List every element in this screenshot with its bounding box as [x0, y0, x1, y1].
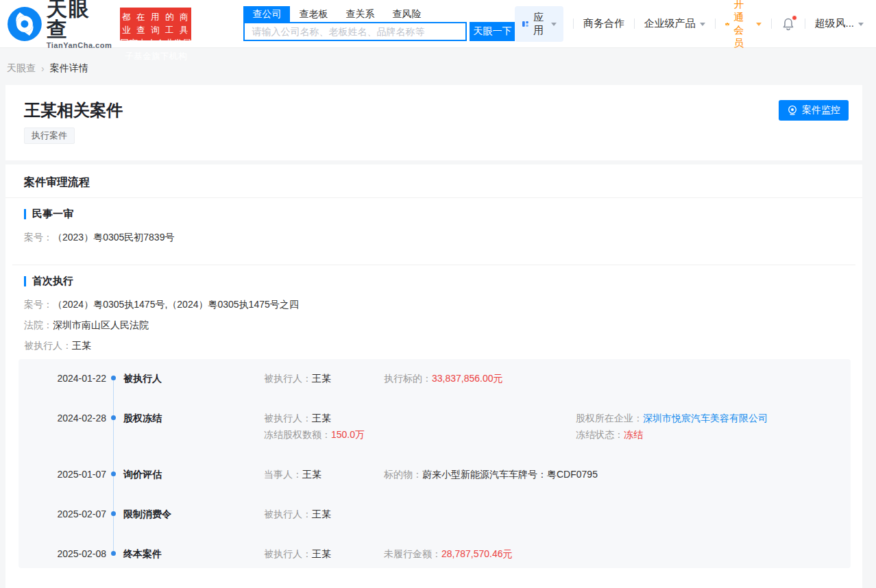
case-field-row: 被执行人：王某 [24, 339, 844, 352]
field-value: （2023）粤0305民初7839号 [53, 232, 174, 243]
field-value: （2024）粤0305执1475号,（2024）粤0305执1475号之四 [53, 299, 299, 310]
field-value: 王某 [72, 340, 91, 351]
timeline-event-name: 终本案件 [121, 547, 261, 561]
case-stages: 民事一审案号：（2023）粤0305民初7839号首次执行案号：（2024）粤0… [5, 207, 862, 352]
field-value: 王某 [312, 509, 331, 519]
search-tab-company[interactable]: 查公司 [243, 6, 290, 22]
menu-separator [715, 19, 716, 29]
timeline-field-line: 被执行人：王某未履行金额：28,787,570.46元 [264, 547, 851, 561]
search-button[interactable]: 天眼一下 [470, 22, 515, 41]
timeline-field-line: 被执行人：王某股权所在企业：深圳市悦宸汽车美容有限公司 [264, 411, 851, 425]
case-flow-card: 案件审理流程 民事一审案号：（2023）粤0305民初7839号首次执行案号：（… [5, 164, 862, 588]
stage-fields: 案号：（2023）粤0305民初7839号 [24, 230, 844, 244]
timeline-field: 未履行金额：28,787,570.46元 [384, 547, 513, 561]
top-menu: 应用 商务合作 企业级产品 开通会员 超级 [515, 0, 864, 50]
case-field-row: 案号：（2024）粤0305执1475号,（2024）粤0305执1475号之四 [24, 297, 844, 311]
field-value: 冻结 [624, 429, 643, 440]
field-label: 执行标的： [384, 373, 432, 384]
chevron-down-icon [551, 23, 557, 26]
menu-separator [771, 19, 772, 29]
field-label: 未履行金额： [384, 548, 441, 559]
field-label: 被执行人： [264, 413, 312, 424]
field-label: 被执行人： [264, 509, 312, 519]
field-label: 案号： [24, 299, 53, 310]
timeline-row: 2024-02-28股权冻结被执行人：王某股权所在企业：深圳市悦宸汽车美容有限公… [19, 411, 851, 441]
divider [5, 197, 862, 198]
menu-item-vip[interactable]: 开通会员 [725, 0, 762, 50]
menu-item-business[interactable]: 商务合作 [583, 17, 624, 30]
timeline-field: 被执行人：王某 [264, 547, 370, 561]
timeline-date: 2025-02-07 [19, 507, 106, 521]
timeline-field: 被执行人：王某 [264, 507, 331, 521]
field-value: 深圳市南山区人民法院 [53, 319, 149, 330]
field-value: 王某 [312, 413, 331, 424]
notifications-button[interactable] [781, 17, 795, 31]
timeline-row: 2025-02-08终本案件被执行人：王某未履行金额：28,787,570.46… [19, 547, 851, 561]
field-label: 被执行人： [264, 548, 312, 559]
app-grid-icon [522, 19, 529, 29]
stage-marker-bar [24, 209, 26, 219]
case-stage: 首次执行案号：（2024）粤0305执1475号,（2024）粤0305执147… [5, 274, 862, 352]
logo-title: 天眼查 [47, 0, 112, 40]
logo-domain: TianYanCha.com [47, 42, 112, 49]
breadcrumb-home-link[interactable]: 天眼查 [7, 62, 36, 75]
menu-item-enterprise[interactable]: 企业级产品 [644, 17, 705, 30]
timeline-event-name: 股权冻结 [121, 411, 261, 425]
timeline-date: 2025-02-08 [19, 547, 106, 561]
field-value: 王某 [312, 373, 331, 384]
search-tab-relation[interactable]: 查关系 [337, 6, 383, 22]
apps-menu[interactable]: 应用 [515, 6, 563, 42]
timeline-field-line: 冻结股权数额：150.0万冻结状态：冻结 [264, 428, 851, 441]
tianyancha-logo[interactable]: 天眼查 TianYanCha.com [7, 0, 112, 49]
case-stage: 民事一审案号：（2023）粤0305民初7839号 [5, 207, 862, 244]
menu-item-super-risk[interactable]: 超级风... [815, 17, 864, 30]
case-title-card: 王某相关案件 执行案件 案件监控 [5, 85, 862, 160]
timeline-dot-cell [106, 507, 121, 516]
search-input[interactable] [243, 22, 467, 41]
timeline-dot-cell [106, 547, 121, 556]
timeline-dot-cell [106, 411, 121, 420]
field-label: 标的物： [384, 469, 422, 480]
monitor-camera-icon [787, 105, 798, 116]
field-value: 33,837,856.00元 [432, 373, 503, 384]
timeline-field: 被执行人：王某 [264, 411, 562, 425]
field-label: 冻结状态： [576, 429, 624, 440]
timeline-field: 被执行人：王某 [264, 371, 370, 385]
case-field-row: 案号：（2023）粤0305民初7839号 [24, 230, 844, 244]
vip-label: 开通会员 [733, 0, 752, 50]
timeline-field: 执行标的：33,837,856.00元 [384, 371, 503, 385]
stage-header: 民事一审 [24, 207, 844, 221]
section-title-case-flow: 案件审理流程 [5, 164, 862, 197]
timeline-fields: 被执行人：王某未履行金额：28,787,570.46元 [261, 547, 851, 561]
timeline-event-name: 被执行人 [121, 371, 261, 385]
field-value: 王某 [302, 469, 321, 480]
stage-title: 民事一审 [32, 207, 73, 221]
timeline-row: 2025-01-07询价评估当事人：王某标的物：蔚来小型新能源汽车车牌号：粤CD… [19, 467, 851, 481]
timeline-event-name: 询价评估 [121, 467, 261, 481]
field-value: 王某 [312, 548, 331, 559]
timeline-field: 股权所在企业：深圳市悦宸汽车美容有限公司 [576, 411, 768, 425]
timeline-event-name: 限制消费令 [121, 507, 261, 521]
breadcrumb-current: 案件详情 [50, 62, 88, 75]
timeline-date: 2025-01-07 [19, 467, 106, 481]
company-link[interactable]: 深圳市悦宸汽车美容有限公司 [643, 413, 768, 424]
field-label: 法院： [24, 319, 53, 330]
timeline-field-line: 被执行人：王某 [264, 507, 851, 521]
search-tab-boss[interactable]: 查老板 [290, 6, 337, 22]
timeline-field: 当事人：王某 [264, 467, 370, 481]
field-label: 案号： [24, 232, 53, 243]
case-monitor-button[interactable]: 案件监控 [779, 100, 849, 121]
timeline-row: 2025-02-07限制消费令被执行人：王某 [19, 507, 851, 521]
chevron-down-icon [700, 23, 705, 26]
timeline-fields: 被执行人：王某股权所在企业：深圳市悦宸汽车美容有限公司冻结股权数额：150.0万… [261, 411, 851, 441]
case-field-row: 法院：深圳市南山区人民法院 [24, 318, 844, 332]
tianyancha-eye-icon [7, 6, 42, 42]
search-tab-risk[interactable]: 查风险 [383, 6, 430, 22]
field-label: 当事人： [264, 469, 302, 480]
timeline-field: 标的物：蔚来小型新能源汽车车牌号：粤CDF0795 [384, 467, 598, 481]
timeline-row: 2024-01-22被执行人被执行人：王某执行标的：33,837,856.00元 [19, 371, 851, 385]
timeline-field-line: 当事人：王某标的物：蔚来小型新能源汽车车牌号：粤CDF0795 [264, 467, 851, 481]
field-label: 被执行人： [24, 340, 72, 351]
timeline-fields: 被执行人：王某执行标的：33,837,856.00元 [261, 371, 851, 385]
timeline-field-line: 被执行人：王某执行标的：33,837,856.00元 [264, 371, 851, 385]
